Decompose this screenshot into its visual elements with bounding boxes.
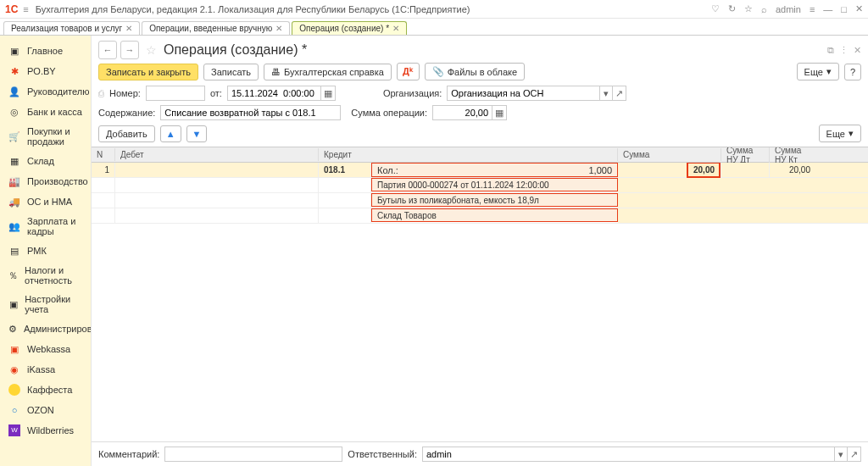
bell-icon[interactable]: ♡	[711, 3, 720, 14]
cell-quantity[interactable]: Кол.: 1,000	[371, 163, 618, 177]
nav-forward-button[interactable]: →	[120, 41, 139, 59]
cell-sumdt[interactable]	[721, 163, 770, 177]
sidebar-item-wb[interactable]: WWildberries	[0, 420, 91, 441]
save-close-button[interactable]: Записать и закрыть	[98, 64, 198, 80]
org-label: Организация:	[383, 88, 442, 98]
help-button[interactable]: ?	[844, 64, 861, 80]
sidebar-item-zp[interactable]: 👥Зарплата и кадры	[0, 212, 91, 241]
col-kredit[interactable]: Кредит	[319, 148, 618, 161]
sidebar-item-buy[interactable]: 🛒Покупки и продажи	[0, 122, 91, 151]
cell-item[interactable]: Бутыль из поликарбоната, емкость 18,9л	[371, 193, 618, 207]
cell-kredit[interactable]: 018.1	[319, 163, 371, 177]
sidebar-item-rmk[interactable]: ▤РМК	[0, 241, 91, 261]
kebab-icon[interactable]: ⋮	[839, 45, 849, 56]
cell-debet[interactable]	[115, 163, 319, 177]
add-button[interactable]: Добавить	[98, 125, 155, 142]
history-icon[interactable]: ↻	[728, 3, 736, 14]
col-n[interactable]: N	[92, 148, 115, 161]
org-field[interactable]	[447, 86, 599, 101]
col-debet[interactable]: Дебет	[115, 148, 319, 161]
date-field[interactable]	[227, 86, 320, 101]
sidebar-item-kaff[interactable]: Каффеста	[0, 380, 91, 400]
cell-sumkt[interactable]: 20,00	[770, 163, 815, 177]
gear-icon: ⚙	[8, 323, 17, 335]
cell-n[interactable]: 1	[92, 163, 115, 177]
more-button[interactable]: Еще ▾	[797, 63, 839, 80]
responsible-field[interactable]	[422, 447, 834, 462]
sidebar-item-ikassa[interactable]: ◉iKassa	[0, 359, 91, 380]
sidebar-item-settings[interactable]: ▣Настройки учета	[0, 290, 91, 319]
sidebar-item-manager[interactable]: 👤Руководителю	[0, 81, 91, 102]
maximize-icon[interactable]: □	[841, 4, 847, 14]
chevron-down-icon[interactable]: ▾	[599, 86, 613, 101]
sidebar-item-stock[interactable]: ▦Склад	[0, 151, 91, 171]
grid-more-button[interactable]: Еще ▾	[819, 125, 861, 142]
table-row[interactable]: 1 018.1 Кол.: 1,000 20,00 20,00	[92, 163, 868, 178]
cart-icon: 🛒	[8, 130, 20, 142]
close-icon[interactable]: ✕	[392, 24, 399, 33]
close-icon[interactable]: ✕	[125, 24, 132, 33]
cell-sum[interactable]: 20,00	[687, 163, 721, 178]
settings-icon[interactable]: ≡	[810, 4, 815, 14]
wb-icon: W	[8, 424, 20, 436]
sidebar-item-poby[interactable]: ✱PO.BY	[0, 61, 91, 81]
save-button[interactable]: Записать	[203, 64, 259, 80]
ikassa-icon: ◉	[8, 363, 20, 375]
pin-icon[interactable]: ⎙	[98, 88, 104, 98]
sidebar-item-prod[interactable]: 🏭Производство	[0, 171, 91, 191]
table-row-detail[interactable]: Бутыль из поликарбоната, емкость 18,9л	[92, 193, 868, 208]
calculator-icon[interactable]: ▦	[492, 105, 507, 120]
comment-field[interactable]	[164, 447, 342, 462]
nav-back-button[interactable]: ←	[98, 41, 117, 59]
cell-batch[interactable]: Партия 0000-000274 от 01.11.2024 12:00:0…	[371, 178, 618, 191]
sidebar-item-web[interactable]: ▣Webkassa	[0, 339, 91, 359]
cell-sum-wrap[interactable]: 20,00	[618, 163, 721, 177]
user-label[interactable]: admin	[776, 4, 801, 14]
sidebar-item-bank[interactable]: ◎Банк и касса	[0, 102, 91, 122]
tab-operations-manual[interactable]: Операции, введенные вручную✕	[142, 21, 290, 35]
table-row-detail[interactable]: Партия 0000-000274 от 01.11.2024 12:00:0…	[92, 178, 868, 193]
tab-realization[interactable]: Реализация товаров и услуг✕	[3, 21, 140, 35]
cloud-files-button[interactable]: 📎Файлы в облаке	[425, 63, 525, 80]
number-field[interactable]	[146, 86, 205, 101]
star-icon[interactable]: ☆	[744, 3, 753, 14]
sidebar-item-ozon[interactable]: ○OZON	[0, 400, 91, 420]
people-icon: 👥	[8, 220, 20, 232]
print-ref-button[interactable]: 🖶Бухгалтерская справка	[264, 64, 392, 80]
sum-field[interactable]	[432, 105, 492, 120]
dk-button[interactable]: Дᵏ	[397, 63, 420, 80]
open-ref-icon[interactable]: ↗	[848, 447, 861, 462]
close-icon[interactable]: ✕	[855, 3, 863, 14]
close-form-icon[interactable]: ✕	[854, 45, 861, 56]
chevron-down-icon: ▾	[826, 66, 832, 77]
favorite-icon[interactable]: ☆	[146, 43, 157, 57]
open-ref-icon[interactable]: ↗	[613, 86, 626, 101]
col-sum[interactable]: Сумма	[618, 148, 721, 161]
pos-icon: ▤	[8, 245, 20, 257]
search-icon[interactable]: ⌕	[761, 4, 767, 14]
truck-icon: 🚚	[8, 196, 20, 208]
table-row-detail[interactable]: Склад Товаров	[92, 208, 868, 224]
move-up-button[interactable]: ▲	[160, 125, 181, 142]
kaff-icon	[8, 384, 20, 396]
kol-label: Кол.:	[377, 165, 398, 175]
sidebar: ▣Главное ✱PO.BY 👤Руководителю ◎Банк и ка…	[0, 36, 92, 466]
chevron-down-icon[interactable]: ▾	[834, 447, 848, 462]
tab-operation-create[interactable]: Операция (создание) *✕	[292, 21, 407, 35]
sidebar-item-os[interactable]: 🚚ОС и НМА	[0, 191, 91, 212]
comment-label: Комментарий:	[98, 449, 159, 459]
star-icon: ✱	[8, 65, 20, 77]
close-icon[interactable]: ✕	[275, 24, 282, 33]
content-label: Содержание:	[98, 108, 155, 118]
popout-icon[interactable]: ⧉	[827, 45, 834, 56]
move-down-button[interactable]: ▼	[186, 125, 208, 142]
sidebar-item-tax[interactable]: ％Налоги и отчетность	[0, 261, 91, 290]
content-field[interactable]	[160, 105, 341, 120]
calendar-icon[interactable]: ▦	[320, 86, 336, 101]
sidebar-item-admin[interactable]: ⚙Администрирование	[0, 319, 91, 339]
sidebar-item-main[interactable]: ▣Главное	[0, 41, 91, 61]
minimize-icon[interactable]: —	[823, 4, 832, 14]
cell-warehouse[interactable]: Склад Товаров	[371, 208, 618, 222]
sum-label: Сумма операции:	[351, 108, 427, 118]
menu-icon[interactable]: ≡	[23, 4, 28, 14]
